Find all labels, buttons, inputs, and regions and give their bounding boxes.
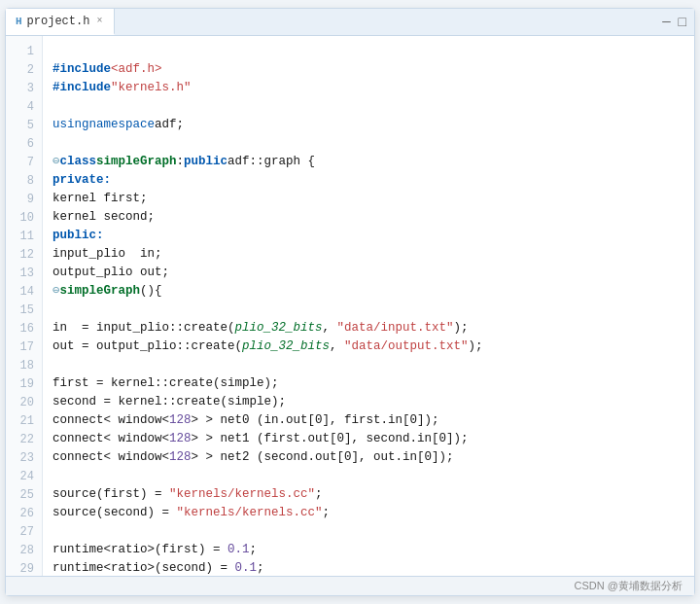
code-line: kernel first;	[52, 190, 684, 208]
line-number: 26	[6, 504, 42, 522]
line-number: 10	[6, 208, 42, 227]
code-line	[52, 42, 684, 60]
code-line: second = kernel::create(simple);	[52, 393, 684, 411]
line-number: 28	[6, 541, 42, 559]
line-number: 8	[6, 171, 42, 190]
code-line: runtime<ratio>(first) = 0.1;	[52, 541, 684, 559]
code-line: first = kernel::create(simple);	[52, 374, 684, 393]
code-line: connect< window<128> > net2 (second.out[…	[52, 448, 684, 467]
line-number: 27	[6, 522, 42, 541]
code-line: #include "kernels.h"	[52, 79, 684, 97]
window-controls: ─ □	[662, 16, 694, 29]
editor-window: H project.h × ─ □ 1234567891011121314151…	[5, 8, 695, 596]
code-line: kernel second;	[52, 208, 684, 227]
minimize-button[interactable]: ─	[662, 16, 670, 29]
code-line	[52, 134, 684, 153]
code-line: out = output_plio::create(plio_32_bits, …	[52, 338, 684, 356]
code-content[interactable]: #include <adf.h>#include "kernels.h" usi…	[43, 36, 694, 576]
line-numbers: 1234567891011121314151617181920212223242…	[6, 36, 43, 576]
code-line: in = input_plio::create(plio_32_bits, "d…	[52, 319, 684, 338]
maximize-button[interactable]: □	[679, 16, 686, 29]
line-number: 9	[6, 190, 42, 208]
line-number: 13	[6, 264, 42, 282]
tab-bar: H project.h × ─ □	[6, 9, 694, 36]
code-line: #include <adf.h>	[52, 60, 684, 79]
code-line	[52, 301, 684, 319]
line-number: 17	[6, 338, 42, 356]
line-number: 15	[6, 301, 42, 319]
code-line	[52, 467, 684, 485]
line-number: 25	[6, 485, 42, 504]
code-line: private:	[52, 171, 684, 190]
code-line: using namespace adf;	[52, 116, 684, 134]
line-number: 7	[6, 153, 42, 171]
code-line: ⊖class simpleGraph : public adf::graph {	[52, 153, 684, 171]
code-line: source(first) = "kernels/kernels.cc";	[52, 485, 684, 504]
tab-filename: project.h	[27, 15, 90, 28]
line-number: 3	[6, 79, 42, 97]
tab-close-button[interactable]: ×	[94, 16, 104, 26]
code-line	[52, 97, 684, 116]
code-line: input_plio in;	[52, 245, 684, 264]
code-line	[52, 522, 684, 541]
code-line: connect< window<128> > net1 (first.out[0…	[52, 430, 684, 448]
line-number: 18	[6, 356, 42, 374]
line-number: 14	[6, 282, 42, 301]
code-line	[52, 356, 684, 374]
code-line: public:	[52, 227, 684, 245]
watermark: CSDN @黄埔数据分析	[575, 579, 682, 593]
code-line: output_plio out;	[52, 264, 684, 282]
line-number: 6	[6, 134, 42, 153]
line-number: 2	[6, 60, 42, 79]
line-number: 24	[6, 467, 42, 485]
code-line: connect< window<128> > net0 (in.out[0], …	[52, 411, 684, 430]
line-number: 16	[6, 319, 42, 338]
line-number: 5	[6, 116, 42, 134]
bottom-bar: CSDN @黄埔数据分析	[6, 576, 694, 595]
code-area: 1234567891011121314151617181920212223242…	[6, 36, 694, 576]
line-number: 12	[6, 245, 42, 264]
file-icon: H	[16, 16, 22, 27]
code-line: source(second) = "kernels/kernels.cc";	[52, 504, 684, 522]
line-number: 23	[6, 448, 42, 467]
line-number: 19	[6, 374, 42, 393]
line-number: 22	[6, 430, 42, 448]
line-number: 29	[6, 559, 42, 576]
line-number: 21	[6, 411, 42, 430]
file-tab[interactable]: H project.h ×	[6, 9, 115, 35]
line-number: 20	[6, 393, 42, 411]
code-line: ⊖ simpleGraph(){	[52, 282, 684, 301]
code-line: runtime<ratio>(second) = 0.1;	[52, 559, 684, 576]
line-number: 11	[6, 227, 42, 245]
line-number: 4	[6, 97, 42, 116]
line-number: 1	[6, 42, 42, 60]
